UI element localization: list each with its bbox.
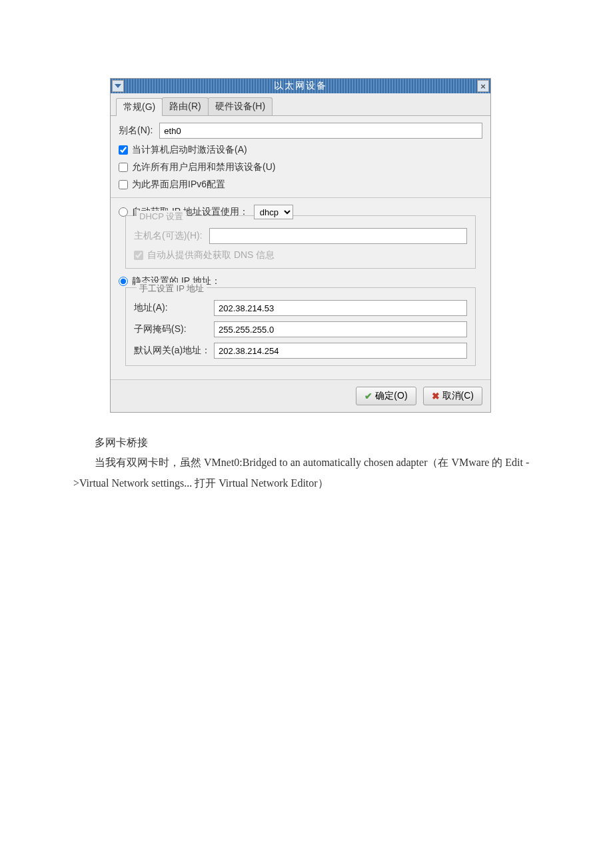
address-label: 地址(A): xyxy=(134,302,214,314)
hostname-input xyxy=(209,228,467,244)
alias-label: 别名(N): xyxy=(119,125,153,137)
tab-hardware[interactable]: 硬件设备(H) xyxy=(208,97,273,115)
general-panel: 别名(N): 当计算机启动时激活设备(A) 允许所有用户启用和禁用该设备(U) … xyxy=(111,116,490,379)
ethernet-device-window: 以太网设备 × 常规(G) 路由(R) 硬件设备(H) 别名(N): 当计算机启… xyxy=(110,78,491,413)
tab-route[interactable]: 路由(R) xyxy=(162,97,208,115)
window-title: 以太网设备 xyxy=(274,80,327,92)
x-icon: ✖ xyxy=(432,391,440,401)
titlebar: 以太网设备 × xyxy=(111,79,490,93)
allow-all-users-row: 允许所有用户启用和禁用该设备(U) xyxy=(119,161,482,173)
auto-dns-checkbox xyxy=(134,251,143,260)
alias-input[interactable] xyxy=(159,123,482,139)
dialog-buttons: ✔ 确定(O) ✖ 取消(C) xyxy=(111,379,490,412)
dhcp-settings-fieldset: DHCP 设置 主机名(可选)(H): 自动从提供商处获取 DNS 信息 xyxy=(125,215,476,269)
paragraph-2: 当我有双网卡时，虽然 VMnet0:Bridged to an automati… xyxy=(73,453,546,493)
close-icon[interactable]: × xyxy=(477,80,489,92)
ok-button-label: 确定(O) xyxy=(375,390,407,402)
gateway-input[interactable] xyxy=(214,343,467,359)
cancel-button-label: 取消(C) xyxy=(442,390,474,402)
subnet-label: 子网掩码(S): xyxy=(134,323,214,335)
enable-ipv6-label: 为此界面启用IPv6配置 xyxy=(132,179,225,191)
dropdown-icon[interactable] xyxy=(112,80,124,92)
enable-ipv6-row: 为此界面启用IPv6配置 xyxy=(119,179,482,191)
manual-fieldset-legend: 手工设置 IP 地址 xyxy=(137,283,207,295)
article-text: 多网卡桥接 当我有双网卡时，虽然 VMnet0:Bridged to an au… xyxy=(73,433,546,493)
activate-on-boot-row: 当计算机启动时激活设备(A) xyxy=(119,144,482,156)
dhcp-radio[interactable] xyxy=(119,207,128,217)
tab-general[interactable]: 常规(G) xyxy=(116,98,163,116)
static-radio[interactable] xyxy=(119,277,128,286)
allow-all-users-label: 允许所有用户启用和禁用该设备(U) xyxy=(132,161,275,173)
ok-button[interactable]: ✔ 确定(O) xyxy=(356,387,416,405)
address-input[interactable] xyxy=(214,300,467,316)
gateway-label: 默认网关(a)地址： xyxy=(134,345,214,357)
enable-ipv6-checkbox[interactable] xyxy=(119,180,128,189)
dhcp-protocol-select[interactable]: dhcp xyxy=(254,205,293,219)
activate-on-boot-label: 当计算机启动时激活设备(A) xyxy=(132,144,247,156)
check-icon: ✔ xyxy=(364,391,372,401)
tab-bar: 常规(G) 路由(R) 硬件设备(H) xyxy=(111,93,490,116)
activate-on-boot-checkbox[interactable] xyxy=(119,145,128,155)
allow-all-users-checkbox[interactable] xyxy=(119,163,128,172)
subnet-input[interactable] xyxy=(214,321,467,337)
dhcp-fieldset-legend: DHCP 设置 xyxy=(137,211,186,223)
hostname-label: 主机名(可选)(H): xyxy=(134,230,203,242)
auto-dns-label: 自动从提供商处获取 DNS 信息 xyxy=(147,249,275,261)
alias-row: 别名(N): xyxy=(119,123,482,139)
cancel-button[interactable]: ✖ 取消(C) xyxy=(423,387,482,405)
manual-ip-fieldset: 手工设置 IP 地址 地址(A): 子网掩码(S): 默认网关(a)地址： xyxy=(125,287,476,366)
divider xyxy=(111,197,490,198)
paragraph-1: 多网卡桥接 xyxy=(73,433,546,453)
